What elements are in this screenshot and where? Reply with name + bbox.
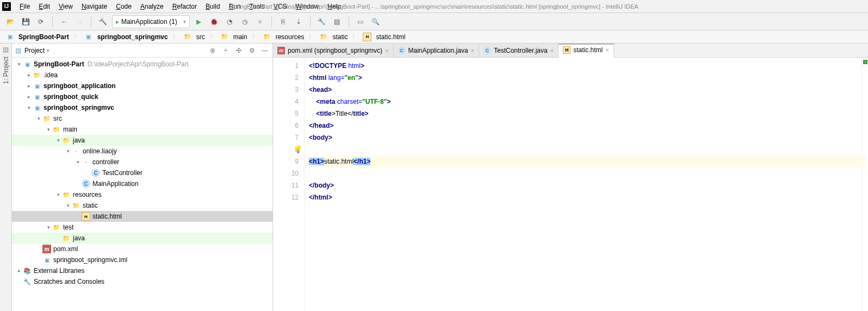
menu-view[interactable]: View <box>54 2 77 11</box>
line-number[interactable]: 5 <box>273 108 299 120</box>
tree-arrow-icon[interactable]: ▸ <box>25 72 33 78</box>
error-stripe[interactable] <box>861 58 868 311</box>
breadcrumb-item[interactable]: static <box>317 32 350 42</box>
menu-code[interactable]: Code <box>111 2 136 11</box>
save-icon[interactable]: 💾 <box>20 16 32 28</box>
editor-tab[interactable]: CMainApplication.java× <box>394 43 480 57</box>
tree-item[interactable]: ▾springboot_springmvc <box>12 102 272 113</box>
close-icon[interactable]: × <box>550 47 554 54</box>
run-config-selector[interactable]: ▸ MainApplication (1) <box>112 15 190 28</box>
menu-analyze[interactable]: Analyze <box>136 2 168 11</box>
tree-item[interactable]: ▸Hstatic.html <box>12 211 272 222</box>
editor-tab[interactable]: Hstatic.html× <box>559 43 613 58</box>
open-icon[interactable]: 📂 <box>4 16 16 28</box>
tree-item[interactable]: ▾online.liaojy <box>12 146 272 157</box>
collapse-icon[interactable]: ÷ <box>221 47 230 54</box>
gear-icon[interactable]: ⚙ <box>247 47 256 54</box>
expand-icon[interactable]: ✣ <box>234 47 243 54</box>
tree-item[interactable]: ▸External Libraries <box>12 265 272 276</box>
git-icon[interactable]: ⎘ <box>277 16 289 28</box>
breadcrumb-item[interactable]: main <box>218 32 250 42</box>
breadcrumb-item[interactable]: resources <box>261 32 307 42</box>
breadcrumb-item[interactable]: Hstatic.html <box>361 32 407 42</box>
code-editor[interactable]: 123456789101112 <!DOCTYPE html> <html la… <box>273 58 868 311</box>
tree-arrow-icon[interactable]: ▾ <box>64 203 72 208</box>
project-tool-strip-icon[interactable]: ▤ <box>3 46 9 53</box>
tree-item[interactable]: ▸springboot_springmvc.iml <box>12 254 272 265</box>
tree-arrow-icon[interactable]: ▾ <box>54 192 62 197</box>
tree-item[interactable]: ▸java <box>12 233 272 244</box>
menu-navigate[interactable]: Navigate <box>77 2 111 11</box>
editor-tab[interactable]: CTestController.java× <box>479 43 559 57</box>
line-number[interactable]: 3 <box>273 84 299 96</box>
tree-arrow-icon[interactable]: ▾ <box>45 127 52 132</box>
tree-item[interactable]: ▸CMainApplication <box>12 178 272 189</box>
tree-item[interactable]: ▾controller <box>12 157 272 167</box>
hide-icon[interactable]: — <box>261 47 269 54</box>
line-number[interactable]: 9 <box>273 156 299 167</box>
run-icon[interactable]: ▶ <box>193 16 205 28</box>
line-number[interactable]: 1 <box>273 60 299 72</box>
breadcrumb-item[interactable]: SpringBoot-Part <box>3 32 71 42</box>
tree-arrow-icon[interactable]: ▾ <box>15 61 23 67</box>
tree-item[interactable]: ▾SpringBoot-PartD:\ideaPorject\Apr\Sprin… <box>12 59 272 70</box>
tree-arrow-icon[interactable]: ▸ <box>25 83 33 89</box>
menu-edit[interactable]: Edit <box>34 2 54 11</box>
tree-item[interactable]: ▸springboot_quick <box>12 91 272 102</box>
breadcrumb-item[interactable]: src <box>181 32 207 42</box>
hammer-build-icon[interactable]: 🔨 <box>97 16 109 28</box>
breadcrumb-item[interactable]: springboot_springmvc <box>82 32 170 42</box>
tree-item[interactable]: ▾static <box>12 200 272 211</box>
intention-bulb-icon[interactable]: 💡 <box>294 144 302 156</box>
project-tree[interactable]: ▾SpringBoot-PartD:\ideaPorject\Apr\Sprin… <box>12 58 272 311</box>
git-update-icon[interactable]: ⇣ <box>293 16 305 28</box>
line-number[interactable]: 11 <box>273 179 299 191</box>
tree-arrow-icon[interactable]: ▾ <box>54 138 62 143</box>
stop-icon[interactable]: ■ <box>254 16 266 28</box>
tree-arrow-icon[interactable]: ▾ <box>45 225 52 230</box>
tree-arrow-icon[interactable]: ▾ <box>64 148 72 154</box>
line-number[interactable]: 6 <box>273 120 299 132</box>
line-number[interactable]: 4 <box>273 96 299 108</box>
line-number[interactable]: 10 <box>273 167 299 179</box>
locate-icon[interactable]: ⊕ <box>208 47 217 54</box>
back-icon[interactable]: ← <box>58 16 70 28</box>
code-token: > <box>365 110 369 117</box>
tree-item[interactable]: ▾resources <box>12 189 272 200</box>
tree-item[interactable]: ▸CTestController <box>12 167 272 178</box>
editor-tab[interactable]: mpom.xml (springboot_springmvc)× <box>273 43 394 57</box>
tree-arrow-icon[interactable]: ▾ <box>35 116 42 121</box>
close-icon[interactable]: × <box>605 47 609 53</box>
line-number[interactable]: 7 <box>273 132 299 144</box>
tree-arrow-icon[interactable]: ▾ <box>74 159 82 165</box>
tree-arrow-icon[interactable]: ▸ <box>25 94 33 99</box>
sync-icon[interactable]: ⟳ <box>35 16 47 28</box>
presentation-icon[interactable]: ▭ <box>355 16 367 28</box>
profiler-icon[interactable]: ◷ <box>239 16 251 28</box>
forward-icon[interactable]: → <box>73 16 85 28</box>
line-number[interactable]: 2 <box>273 72 299 84</box>
search-icon[interactable]: 🔍 <box>370 16 382 28</box>
tree-item[interactable]: ▾test <box>12 222 272 233</box>
coverage-icon[interactable]: ◔ <box>224 16 235 28</box>
project-view-selector[interactable]: Project ▾ <box>24 47 49 54</box>
tree-item[interactable]: ▸springboot_application <box>12 80 272 91</box>
structure-icon[interactable]: ▤ <box>331 16 343 28</box>
tree-item[interactable]: ▾java <box>12 135 272 146</box>
tree-item[interactable]: ▸mpom.xml <box>12 244 272 254</box>
line-number[interactable]: 12 <box>273 191 299 203</box>
code-content[interactable]: <!DOCTYPE html> <html lang="en"> <head> … <box>305 58 861 311</box>
wrench-icon[interactable]: 🔧 <box>316 16 328 28</box>
tree-item[interactable]: ▸Scratches and Consoles <box>12 276 272 287</box>
close-icon[interactable]: × <box>471 47 474 54</box>
menu-file[interactable]: File <box>15 2 34 11</box>
tree-item[interactable]: ▾main <box>12 124 272 135</box>
debug-icon[interactable]: 🐞 <box>208 16 220 28</box>
close-icon[interactable]: × <box>385 47 388 54</box>
tree-item[interactable]: ▸.idea <box>12 70 272 80</box>
tree-arrow-icon[interactable]: ▸ <box>15 268 23 273</box>
editor-area: mpom.xml (springboot_springmvc)×CMainApp… <box>273 43 868 311</box>
project-tool-tab[interactable]: 1: Project <box>1 53 11 88</box>
tree-arrow-icon[interactable]: ▾ <box>25 105 33 110</box>
tree-item[interactable]: ▾src <box>12 113 272 124</box>
